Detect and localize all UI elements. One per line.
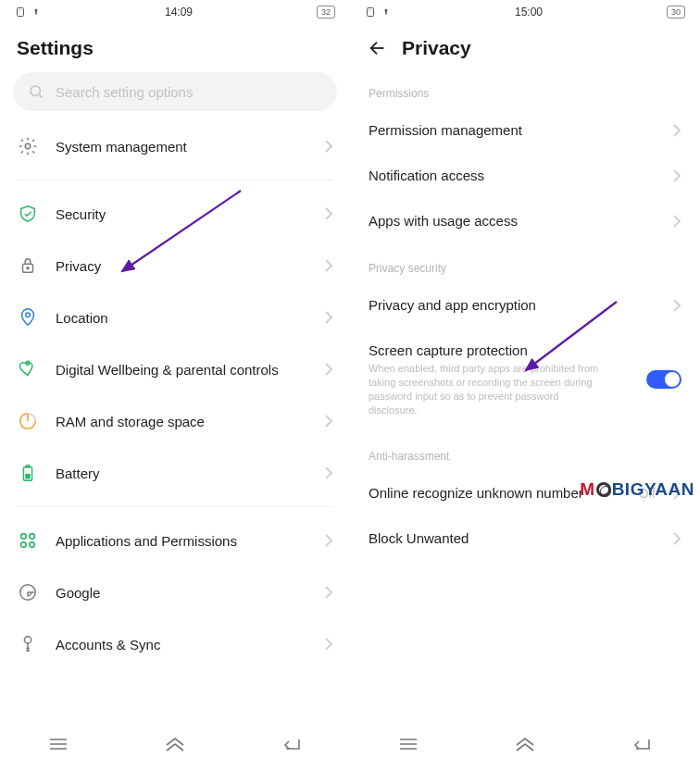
svg-point-5: [26, 313, 31, 317]
row-apps-usage-access[interactable]: Apps with usage access: [350, 198, 700, 243]
row-label: Permission management: [369, 122, 659, 138]
upload-icon: [31, 7, 41, 17]
nav-back-button[interactable]: [269, 731, 314, 757]
row-accounts-sync[interactable]: Accounts & Sync: [0, 618, 350, 670]
nav-back-button[interactable]: [619, 731, 664, 757]
row-applications[interactable]: Applications and Permissions: [0, 515, 350, 566]
search-icon: [28, 83, 44, 100]
gear-icon: [17, 135, 39, 157]
status-bar: 14:09 32: [0, 0, 350, 24]
chevron-right-icon: [324, 637, 333, 652]
chevron-right-icon: [672, 214, 681, 229]
battery-indicator: 32: [317, 6, 335, 19]
svg-point-14: [30, 542, 35, 548]
row-location[interactable]: Location: [0, 292, 350, 343]
status-time: 14:09: [165, 6, 193, 19]
upload-icon: [381, 7, 391, 17]
heart-icon: [17, 358, 39, 380]
section-title-permissions: Permissions: [350, 68, 700, 107]
status-bar: 15:00 30: [350, 0, 700, 24]
row-label: Location: [56, 310, 307, 326]
page-header: Settings: [0, 24, 350, 68]
row-wellbeing[interactable]: Digital Wellbeing & parental controls: [0, 343, 350, 395]
svg-point-13: [21, 542, 27, 548]
chevron-right-icon: [324, 258, 333, 273]
chevron-right-icon: [324, 362, 333, 377]
nav-recents-button[interactable]: [36, 731, 81, 757]
svg-point-11: [21, 534, 27, 540]
section-title-privacy-security: Privacy security: [350, 243, 700, 282]
row-system-management[interactable]: System management: [0, 120, 350, 172]
section-title-anti-harassment: Anti-harassment: [350, 431, 700, 470]
svg-point-2: [25, 143, 31, 149]
page-header: Privacy: [350, 24, 700, 68]
row-label: Accounts & Sync: [56, 637, 307, 652]
chevron-right-icon: [324, 585, 333, 600]
row-label: Screen capture protection: [369, 342, 633, 358]
search-input[interactable]: [13, 72, 337, 111]
row-label: Apps with usage access: [369, 213, 659, 229]
row-block-unwanted[interactable]: Block Unwanted: [350, 515, 700, 561]
row-battery[interactable]: Battery: [0, 447, 350, 499]
svg-point-12: [30, 534, 35, 540]
nav-home-button[interactable]: [153, 731, 197, 757]
toggle-switch[interactable]: [646, 370, 681, 389]
storage-icon: [17, 410, 39, 432]
divider: [17, 180, 333, 180]
chevron-right-icon: [324, 206, 333, 221]
search-field[interactable]: [56, 84, 322, 100]
row-security[interactable]: Security: [0, 188, 350, 240]
pin-icon: [17, 306, 39, 329]
watermark: MBIGYAAN: [580, 479, 694, 500]
svg-point-1: [31, 86, 41, 96]
row-label: Security: [56, 206, 307, 222]
row-screen-capture-protection[interactable]: Screen capture protection When enabled, …: [350, 328, 700, 431]
row-permission-management[interactable]: Permission management: [350, 107, 700, 153]
nav-home-button[interactable]: [503, 731, 547, 757]
chevron-right-icon: [672, 531, 681, 546]
row-google[interactable]: Google: [0, 566, 350, 618]
row-label: Google: [56, 585, 307, 601]
apps-icon: [17, 529, 39, 552]
chevron-right-icon: [324, 414, 333, 428]
chevron-right-icon: [672, 298, 681, 313]
row-description: When enabled, third party apps are prohi…: [369, 362, 609, 416]
sim-icon: [365, 6, 376, 18]
battery-icon: [17, 462, 39, 484]
row-label: Battery: [56, 466, 307, 481]
divider: [17, 506, 333, 507]
svg-rect-18: [368, 8, 374, 17]
key-icon: [17, 633, 39, 655]
privacy-screen: 15:00 30 Privacy Permissions Permission …: [350, 0, 700, 770]
nav-recents-button[interactable]: [386, 731, 431, 757]
shield-icon: [17, 203, 39, 225]
back-button[interactable]: [367, 37, 389, 59]
chevron-right-icon: [324, 139, 333, 154]
row-storage[interactable]: RAM and storage space: [0, 395, 350, 447]
row-label: RAM and storage space: [56, 414, 307, 429]
status-time: 15:00: [515, 6, 543, 19]
page-title: Settings: [17, 37, 94, 59]
chevron-right-icon: [324, 466, 333, 480]
page-title: Privacy: [402, 37, 471, 59]
navigation-bar: [0, 718, 350, 770]
chevron-right-icon: [324, 310, 333, 325]
row-label: Privacy and app encryption: [369, 297, 659, 313]
svg-rect-0: [18, 8, 24, 17]
row-notification-access[interactable]: Notification access: [350, 153, 700, 198]
navigation-bar: [350, 718, 700, 770]
chevron-right-icon: [672, 123, 681, 138]
target-icon: [596, 482, 611, 497]
row-privacy-encryption[interactable]: Privacy and app encryption: [350, 282, 700, 328]
settings-screen: 14:09 32 Settings System management: [0, 0, 350, 770]
row-label: System management: [56, 139, 307, 155]
row-label: Applications and Permissions: [56, 533, 307, 549]
chevron-right-icon: [672, 168, 681, 183]
svg-rect-10: [25, 474, 31, 479]
row-privacy[interactable]: Privacy: [0, 240, 350, 292]
svg-point-4: [27, 267, 29, 269]
chevron-right-icon: [324, 533, 333, 548]
row-label: Notification access: [369, 168, 659, 183]
row-label: Block Unwanted: [369, 530, 659, 546]
google-icon: [17, 581, 39, 603]
